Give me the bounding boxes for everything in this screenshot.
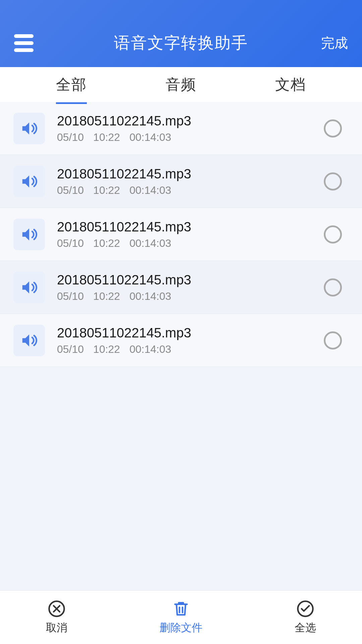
file-info: 20180511022145.mp3 05/10 10:22 00:14:03 xyxy=(57,219,324,250)
speaker-icon xyxy=(13,113,45,144)
select-radio[interactable] xyxy=(324,172,342,191)
file-info: 20180511022145.mp3 05/10 10:22 00:14:03 xyxy=(57,272,324,303)
file-duration: 00:14:03 xyxy=(129,290,171,303)
file-name: 20180511022145.mp3 xyxy=(57,325,324,340)
file-duration: 00:14:03 xyxy=(129,343,171,356)
file-info: 20180511022145.mp3 05/10 10:22 00:14:03 xyxy=(57,166,324,197)
file-meta: 05/10 10:22 00:14:03 xyxy=(57,290,324,303)
file-list: 20180511022145.mp3 05/10 10:22 00:14:03 … xyxy=(0,102,362,590)
select-radio[interactable] xyxy=(324,331,342,350)
file-meta: 05/10 10:22 00:14:03 xyxy=(57,237,324,250)
file-time: 10:22 xyxy=(93,131,120,144)
delete-button[interactable]: 删除文件 xyxy=(160,600,202,635)
select-radio[interactable] xyxy=(324,278,342,297)
file-date: 05/10 xyxy=(57,131,84,144)
file-date: 05/10 xyxy=(57,237,84,250)
file-time: 10:22 xyxy=(93,237,120,250)
file-date: 05/10 xyxy=(57,290,84,303)
list-item[interactable]: 20180511022145.mp3 05/10 10:22 00:14:03 xyxy=(0,102,362,155)
delete-label: 删除文件 xyxy=(160,621,202,635)
file-duration: 00:14:03 xyxy=(129,237,171,250)
check-circle-icon xyxy=(296,600,314,618)
bottom-toolbar: 取消 删除文件 全选 xyxy=(0,590,362,644)
file-info: 20180511022145.mp3 05/10 10:22 00:14:03 xyxy=(57,325,324,356)
file-time: 10:22 xyxy=(93,290,120,303)
speaker-icon xyxy=(13,272,45,303)
file-meta: 05/10 10:22 00:14:03 xyxy=(57,184,324,197)
close-circle-icon xyxy=(48,600,66,618)
menu-icon[interactable] xyxy=(14,34,34,52)
tab-all[interactable]: 全部 xyxy=(56,68,87,101)
trash-icon xyxy=(172,600,190,618)
select-all-button[interactable]: 全选 xyxy=(295,600,316,635)
tab-audio[interactable]: 音频 xyxy=(166,68,196,101)
list-item[interactable]: 20180511022145.mp3 05/10 10:22 00:14:03 xyxy=(0,208,362,261)
speaker-icon xyxy=(13,325,45,356)
file-name: 20180511022145.mp3 xyxy=(57,272,324,287)
file-meta: 05/10 10:22 00:14:03 xyxy=(57,131,324,144)
file-date: 05/10 xyxy=(57,343,84,356)
file-name: 20180511022145.mp3 xyxy=(57,113,324,128)
app-header: 语音文字转换助手 完成 xyxy=(0,0,362,67)
file-info: 20180511022145.mp3 05/10 10:22 00:14:03 xyxy=(57,113,324,144)
done-button[interactable]: 完成 xyxy=(321,34,348,52)
file-name: 20180511022145.mp3 xyxy=(57,166,324,181)
list-item[interactable]: 20180511022145.mp3 05/10 10:22 00:14:03 xyxy=(0,155,362,208)
select-all-label: 全选 xyxy=(295,621,316,635)
tab-bar: 全部 音频 文档 xyxy=(0,67,362,102)
file-duration: 00:14:03 xyxy=(129,184,171,197)
cancel-label: 取消 xyxy=(46,621,67,635)
select-radio[interactable] xyxy=(324,225,342,244)
file-duration: 00:14:03 xyxy=(129,131,171,144)
select-radio[interactable] xyxy=(324,119,342,138)
file-date: 05/10 xyxy=(57,184,84,197)
tab-doc[interactable]: 文档 xyxy=(275,68,306,101)
list-item[interactable]: 20180511022145.mp3 05/10 10:22 00:14:03 xyxy=(0,314,362,367)
cancel-button[interactable]: 取消 xyxy=(46,600,67,635)
speaker-icon xyxy=(13,219,45,250)
file-time: 10:22 xyxy=(93,184,120,197)
file-name: 20180511022145.mp3 xyxy=(57,219,324,234)
page-title: 语音文字转换助手 xyxy=(114,32,248,54)
file-meta: 05/10 10:22 00:14:03 xyxy=(57,343,324,356)
list-item[interactable]: 20180511022145.mp3 05/10 10:22 00:14:03 xyxy=(0,261,362,314)
speaker-icon xyxy=(13,166,45,197)
file-time: 10:22 xyxy=(93,343,120,356)
